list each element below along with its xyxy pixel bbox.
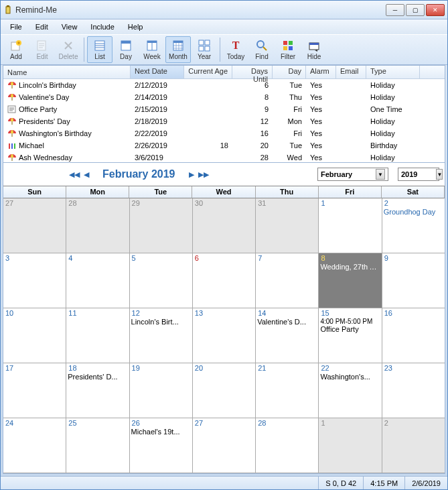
svg-rect-1	[7, 5, 9, 7]
next-year-button[interactable]: ▶▶	[198, 170, 209, 179]
calendar-day[interactable]: 2Groundhog Day	[382, 198, 445, 253]
calendar-day[interactable]: 11	[66, 308, 129, 363]
chevron-down-icon: ▼	[376, 169, 385, 180]
col-header-email[interactable]: Email	[336, 66, 366, 78]
dow-sun: Sun	[3, 186, 66, 198]
calendar-event[interactable]: Lincoln's Birt...	[130, 318, 192, 326]
calendar-day[interactable]: 8Wedding, 27th Anniversary	[319, 253, 382, 308]
table-row[interactable]: Ash Wednesday3/6/201928WedYesHoliday	[3, 151, 445, 163]
menu-view[interactable]: View	[56, 21, 83, 32]
calendar-day[interactable]: 2	[382, 418, 445, 473]
calendar-day[interactable]: 27	[3, 198, 66, 253]
hide-button[interactable]: Hide	[301, 36, 327, 63]
table-row[interactable]: Michael2/26/20191820TueYesBirthday	[3, 139, 445, 151]
calendar-day[interactable]: 9	[382, 253, 445, 308]
menu-help[interactable]: Help	[123, 21, 149, 32]
calendar-day[interactable]: 6	[193, 253, 256, 308]
calendar-day[interactable]: 19	[130, 363, 193, 418]
svg-point-17	[257, 41, 264, 48]
menu-edit[interactable]: Edit	[30, 21, 54, 32]
calendar-day[interactable]: 18Presidents' D...	[66, 363, 129, 418]
day-view-button[interactable]: Day	[113, 36, 139, 63]
today-button[interactable]: T Today	[223, 36, 248, 63]
calendar-day[interactable]: 23	[382, 363, 445, 418]
dow-tue: Tue	[129, 186, 192, 198]
calendar-day[interactable]: 22Washington's...	[319, 363, 382, 418]
calendar-day[interactable]: 25	[66, 418, 129, 473]
close-button[interactable]: ✕	[426, 4, 445, 16]
calendar-day[interactable]: 14Valentine's D...	[256, 308, 319, 363]
next-month-button[interactable]: ▶	[189, 170, 194, 179]
year-view-button[interactable]: Year	[192, 36, 217, 63]
calendar-day[interactable]: 13	[193, 308, 256, 363]
calendar-event[interactable]: Office Party	[319, 325, 381, 333]
calendar-event[interactable]: Washington's...	[319, 373, 381, 381]
svg-rect-7	[121, 41, 131, 44]
add-button[interactable]: Add	[3, 36, 29, 63]
find-button[interactable]: Find	[249, 36, 275, 63]
col-header-alarm[interactable]: Alarm	[306, 66, 336, 78]
maximize-button[interactable]: ▢	[406, 4, 425, 16]
month-view-button[interactable]: Month	[165, 36, 191, 63]
calendar-event[interactable]: Wedding, 27th Anniversary	[319, 263, 381, 271]
note-icon	[7, 105, 17, 113]
calendar-event[interactable]: 4:00 PM-5:00 PM	[319, 318, 381, 325]
svg-rect-11	[173, 41, 183, 43]
calendar-day[interactable]: 21	[256, 363, 319, 418]
calendar-day[interactable]: 24	[3, 418, 66, 473]
table-row[interactable]: Washington's Birthday2/22/201916FriYesHo…	[3, 127, 445, 139]
calendar-day[interactable]: 17	[3, 363, 66, 418]
col-header-days-until[interactable]: Days Until	[232, 66, 273, 78]
col-header-next-date[interactable]: Next Date	[131, 66, 184, 78]
calendar-day[interactable]: 3	[3, 253, 66, 308]
calendar-day[interactable]: 31	[256, 198, 319, 253]
calendar-day[interactable]: 20	[193, 363, 256, 418]
menu-include[interactable]: Include	[85, 21, 119, 32]
col-header-name[interactable]: Name	[3, 66, 131, 78]
calendar-week: 101112Lincoln's Birt...1314Valentine's D…	[3, 308, 445, 363]
calendar-day[interactable]: 7	[256, 253, 319, 308]
calendar-day[interactable]: 4	[66, 253, 129, 308]
prev-year-button[interactable]: ◀◀	[69, 170, 80, 179]
calendar-week: 242526Michael's 19t...272812	[3, 418, 445, 473]
calendar-day[interactable]: 12Lincoln's Birt...	[130, 308, 193, 363]
table-row[interactable]: Office Party2/15/20199FriYesOne Time	[3, 103, 445, 115]
calendar-day[interactable]: 28	[66, 198, 129, 253]
list-view-button[interactable]: List	[87, 36, 113, 63]
prev-month-button[interactable]: ◀	[84, 170, 89, 179]
calendar-event[interactable]: Michael's 19t...	[130, 428, 192, 436]
svg-rect-21	[289, 46, 293, 50]
calendar-day[interactable]: 5	[130, 253, 193, 308]
table-row[interactable]: Presidents' Day2/18/201912MonYesHoliday	[3, 115, 445, 127]
calendar-event[interactable]: Groundhog Day	[382, 208, 445, 216]
svg-rect-18	[283, 41, 287, 45]
filter-button[interactable]: Filter	[275, 36, 301, 63]
calendar-weeks: 272829303112Groundhog Day345678Wedding, …	[3, 198, 445, 473]
col-header-type[interactable]: Type	[366, 66, 420, 78]
calendar-day[interactable]: 29	[130, 198, 193, 253]
calendar-day[interactable]: 30	[193, 198, 256, 253]
calendar-event[interactable]: Presidents' D...	[66, 373, 129, 381]
table-row[interactable]: Lincoln's Birthday2/12/20196TueYesHolida…	[3, 79, 445, 91]
calendar-day[interactable]: 27	[193, 418, 256, 473]
calendar-day[interactable]: 26Michael's 19t...	[130, 418, 193, 473]
calendar-event[interactable]: Valentine's D...	[256, 318, 318, 326]
year-select[interactable]: 2019 ▼	[398, 168, 439, 181]
week-view-button[interactable]: Week	[139, 36, 165, 63]
grid-body[interactable]: Lincoln's Birthday2/12/20196TueYesHolida…	[3, 79, 445, 163]
col-header-day[interactable]: Day	[273, 66, 306, 78]
col-header-age[interactable]: Current Age	[184, 66, 232, 78]
calendar-day[interactable]: 1	[319, 198, 382, 253]
umbrella-icon	[7, 154, 17, 162]
calendar-day[interactable]: 16	[382, 308, 445, 363]
table-row[interactable]: Valentine's Day2/14/20198ThuYesHoliday	[3, 91, 445, 103]
calendar-day[interactable]: 28	[256, 418, 319, 473]
day-icon	[119, 39, 133, 52]
calendar-day[interactable]: 154:00 PM-5:00 PMOffice Party	[319, 308, 382, 363]
calendar-day[interactable]: 10	[3, 308, 66, 363]
minimize-button[interactable]: ─	[386, 4, 404, 16]
calendar-day[interactable]: 1	[319, 418, 382, 473]
month-select[interactable]: February ▼	[317, 168, 388, 181]
app-icon	[3, 5, 13, 15]
menu-file[interactable]: File	[5, 21, 27, 32]
